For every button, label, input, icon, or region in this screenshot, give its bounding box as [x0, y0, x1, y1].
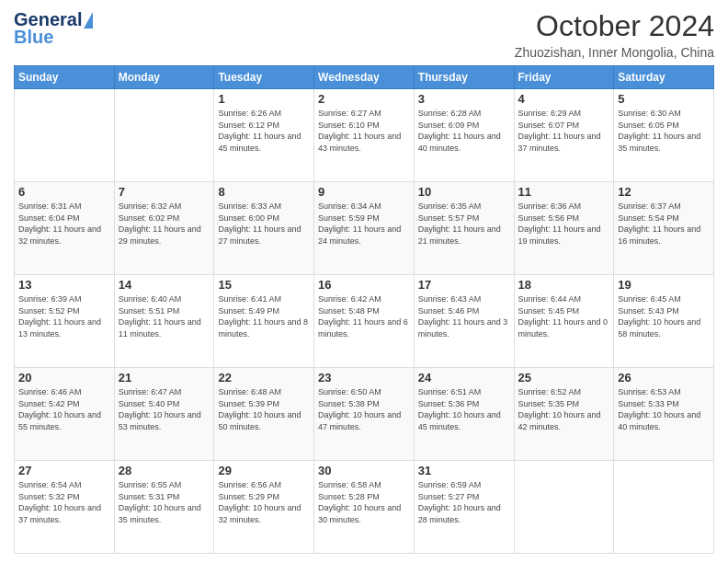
day-number: 7 — [119, 185, 210, 199]
day-number: 23 — [318, 371, 410, 385]
weekday-header-tuesday: Tuesday — [214, 66, 314, 89]
day-info: Sunrise: 6:33 AM Sunset: 6:00 PM Dayligh… — [218, 201, 310, 247]
weekday-header-thursday: Thursday — [414, 66, 514, 89]
day-number: 15 — [218, 278, 310, 292]
week-row-5: 27Sunrise: 6:54 AM Sunset: 5:32 PM Dayli… — [15, 461, 714, 554]
week-row-2: 6Sunrise: 6:31 AM Sunset: 6:04 PM Daylig… — [15, 182, 714, 275]
day-info: Sunrise: 6:30 AM Sunset: 6:05 PM Dayligh… — [618, 108, 710, 154]
day-number: 5 — [618, 92, 710, 106]
calendar-cell: 24Sunrise: 6:51 AM Sunset: 5:36 PM Dayli… — [414, 368, 514, 461]
day-info: Sunrise: 6:32 AM Sunset: 6:02 PM Dayligh… — [119, 201, 210, 247]
calendar-cell: 3Sunrise: 6:28 AM Sunset: 6:09 PM Daylig… — [414, 89, 514, 182]
day-number: 28 — [119, 464, 210, 477]
weekday-header-wednesday: Wednesday — [314, 66, 415, 89]
week-row-4: 20Sunrise: 6:46 AM Sunset: 5:42 PM Dayli… — [15, 368, 714, 461]
day-info: Sunrise: 6:44 AM Sunset: 5:45 PM Dayligh… — [518, 293, 610, 339]
calendar-cell: 13Sunrise: 6:39 AM Sunset: 5:52 PM Dayli… — [15, 275, 115, 368]
day-info: Sunrise: 6:31 AM Sunset: 6:04 PM Dayligh… — [18, 201, 110, 247]
day-number: 19 — [618, 278, 710, 292]
day-number: 27 — [18, 464, 110, 477]
calendar-cell: 12Sunrise: 6:37 AM Sunset: 5:54 PM Dayli… — [614, 182, 714, 275]
day-number: 6 — [18, 185, 110, 199]
day-info: Sunrise: 6:48 AM Sunset: 5:39 PM Dayligh… — [218, 386, 310, 432]
calendar-cell: 21Sunrise: 6:47 AM Sunset: 5:40 PM Dayli… — [114, 368, 214, 461]
calendar-cell — [114, 89, 214, 182]
day-number: 16 — [318, 278, 410, 292]
day-info: Sunrise: 6:37 AM Sunset: 5:54 PM Dayligh… — [618, 201, 710, 247]
calendar-cell — [614, 461, 714, 554]
day-number: 17 — [418, 278, 510, 292]
day-info: Sunrise: 6:43 AM Sunset: 5:46 PM Dayligh… — [418, 293, 510, 339]
day-info: Sunrise: 6:35 AM Sunset: 5:57 PM Dayligh… — [418, 201, 510, 247]
day-number: 30 — [318, 464, 410, 477]
day-number: 21 — [119, 371, 210, 385]
calendar-cell — [15, 89, 115, 182]
day-info: Sunrise: 6:47 AM Sunset: 5:40 PM Dayligh… — [119, 386, 210, 432]
calendar-cell: 5Sunrise: 6:30 AM Sunset: 6:05 PM Daylig… — [614, 89, 714, 182]
day-info: Sunrise: 6:28 AM Sunset: 6:09 PM Dayligh… — [418, 108, 510, 154]
day-number: 10 — [418, 185, 510, 199]
calendar-cell — [514, 461, 614, 554]
calendar-cell: 29Sunrise: 6:56 AM Sunset: 5:29 PM Dayli… — [214, 461, 314, 554]
day-info: Sunrise: 6:34 AM Sunset: 5:59 PM Dayligh… — [318, 201, 410, 247]
logo: General Blue — [14, 9, 93, 48]
day-number: 29 — [218, 464, 310, 477]
week-row-1: 1Sunrise: 6:26 AM Sunset: 6:12 PM Daylig… — [15, 89, 714, 182]
day-info: Sunrise: 6:51 AM Sunset: 5:36 PM Dayligh… — [418, 386, 510, 432]
day-number: 25 — [518, 371, 610, 385]
calendar-cell: 10Sunrise: 6:35 AM Sunset: 5:57 PM Dayli… — [414, 182, 514, 275]
calendar-cell: 20Sunrise: 6:46 AM Sunset: 5:42 PM Dayli… — [15, 368, 115, 461]
day-number: 24 — [418, 371, 510, 385]
weekday-header-friday: Friday — [514, 66, 614, 89]
day-number: 3 — [418, 92, 510, 106]
calendar-cell: 9Sunrise: 6:34 AM Sunset: 5:59 PM Daylig… — [314, 182, 415, 275]
calendar-cell: 18Sunrise: 6:44 AM Sunset: 5:45 PM Dayli… — [514, 275, 614, 368]
calendar-cell: 1Sunrise: 6:26 AM Sunset: 6:12 PM Daylig… — [214, 89, 314, 182]
logo-blue: Blue — [14, 27, 53, 48]
day-info: Sunrise: 6:50 AM Sunset: 5:38 PM Dayligh… — [318, 386, 410, 432]
calendar-cell: 22Sunrise: 6:48 AM Sunset: 5:39 PM Dayli… — [214, 368, 314, 461]
week-row-3: 13Sunrise: 6:39 AM Sunset: 5:52 PM Dayli… — [15, 275, 714, 368]
logo-triangle-icon — [84, 12, 93, 29]
day-info: Sunrise: 6:41 AM Sunset: 5:49 PM Dayligh… — [218, 293, 310, 339]
day-number: 4 — [518, 92, 610, 106]
calendar-cell: 28Sunrise: 6:55 AM Sunset: 5:31 PM Dayli… — [114, 461, 214, 554]
calendar-cell: 25Sunrise: 6:52 AM Sunset: 5:35 PM Dayli… — [514, 368, 614, 461]
day-info: Sunrise: 6:27 AM Sunset: 6:10 PM Dayligh… — [318, 108, 410, 154]
calendar-cell: 17Sunrise: 6:43 AM Sunset: 5:46 PM Dayli… — [414, 275, 514, 368]
day-info: Sunrise: 6:59 AM Sunset: 5:27 PM Dayligh… — [418, 479, 510, 525]
calendar-cell: 4Sunrise: 6:29 AM Sunset: 6:07 PM Daylig… — [514, 89, 614, 182]
day-info: Sunrise: 6:55 AM Sunset: 5:31 PM Dayligh… — [119, 479, 210, 525]
day-number: 13 — [18, 278, 110, 292]
day-number: 9 — [318, 185, 410, 199]
weekday-header-monday: Monday — [114, 66, 214, 89]
calendar-cell: 27Sunrise: 6:54 AM Sunset: 5:32 PM Dayli… — [15, 461, 115, 554]
calendar-cell: 31Sunrise: 6:59 AM Sunset: 5:27 PM Dayli… — [414, 461, 514, 554]
day-info: Sunrise: 6:46 AM Sunset: 5:42 PM Dayligh… — [18, 386, 110, 432]
day-info: Sunrise: 6:54 AM Sunset: 5:32 PM Dayligh… — [18, 479, 110, 525]
calendar-cell: 15Sunrise: 6:41 AM Sunset: 5:49 PM Dayli… — [214, 275, 314, 368]
calendar-cell: 19Sunrise: 6:45 AM Sunset: 5:43 PM Dayli… — [614, 275, 714, 368]
calendar-cell: 26Sunrise: 6:53 AM Sunset: 5:33 PM Dayli… — [614, 368, 714, 461]
header: General Blue October 2024 Zhuozishan, In… — [14, 9, 714, 60]
page: General Blue October 2024 Zhuozishan, In… — [0, 0, 728, 563]
calendar-cell: 7Sunrise: 6:32 AM Sunset: 6:02 PM Daylig… — [114, 182, 214, 275]
day-info: Sunrise: 6:39 AM Sunset: 5:52 PM Dayligh… — [18, 293, 110, 339]
calendar-table: SundayMondayTuesdayWednesdayThursdayFrid… — [14, 65, 714, 554]
calendar-cell: 8Sunrise: 6:33 AM Sunset: 6:00 PM Daylig… — [214, 182, 314, 275]
day-info: Sunrise: 6:29 AM Sunset: 6:07 PM Dayligh… — [518, 108, 610, 154]
day-number: 12 — [618, 185, 710, 199]
day-number: 2 — [318, 92, 410, 106]
calendar-cell: 11Sunrise: 6:36 AM Sunset: 5:56 PM Dayli… — [514, 182, 614, 275]
day-number: 1 — [218, 92, 310, 106]
day-info: Sunrise: 6:53 AM Sunset: 5:33 PM Dayligh… — [618, 386, 710, 432]
day-info: Sunrise: 6:58 AM Sunset: 5:28 PM Dayligh… — [318, 479, 410, 525]
day-info: Sunrise: 6:42 AM Sunset: 5:48 PM Dayligh… — [318, 293, 410, 339]
day-info: Sunrise: 6:26 AM Sunset: 6:12 PM Dayligh… — [218, 108, 310, 154]
day-number: 18 — [518, 278, 610, 292]
calendar-cell: 16Sunrise: 6:42 AM Sunset: 5:48 PM Dayli… — [314, 275, 415, 368]
day-number: 11 — [518, 185, 610, 199]
calendar-cell: 14Sunrise: 6:40 AM Sunset: 5:51 PM Dayli… — [114, 275, 214, 368]
day-number: 31 — [418, 464, 510, 477]
day-info: Sunrise: 6:56 AM Sunset: 5:29 PM Dayligh… — [218, 479, 310, 525]
